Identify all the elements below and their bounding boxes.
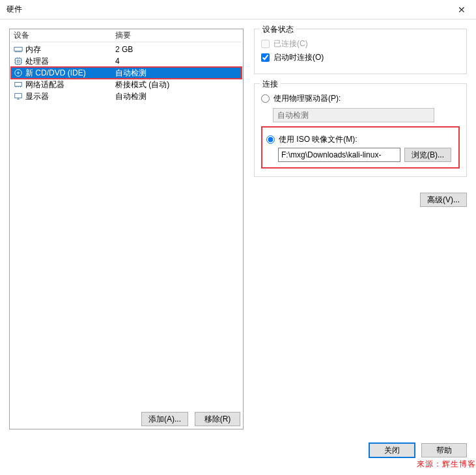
device-summary: 自动检测 (114, 68, 242, 79)
device-name: 处理器 (25, 56, 49, 67)
connected-checkbox (261, 40, 270, 48)
iso-row: 浏览(B)... (278, 148, 455, 162)
svg-rect-5 (15, 83, 22, 87)
device-name: 显示器 (25, 91, 49, 102)
svg-rect-2 (17, 60, 20, 62)
iso-radio[interactable] (266, 135, 275, 144)
advanced-button[interactable]: 高级(V)... (420, 193, 467, 207)
svg-point-3 (15, 70, 22, 77)
device-status-group: 设备状态 已连接(C) 启动时连接(O) (254, 29, 467, 74)
advanced-row: 高级(V)... (254, 193, 467, 207)
remove-button[interactable]: 移除(R) (195, 412, 240, 426)
display-icon (14, 92, 23, 101)
col-summary: 摘要 (114, 30, 242, 41)
device-summary: 桥接模式 (自动) (114, 79, 242, 90)
nic-icon (14, 80, 23, 89)
device-name: 新 CD/DVD (IDE) (25, 68, 86, 79)
hardware-row[interactable]: 网络适配器 桥接模式 (自动) (11, 79, 242, 90)
browse-button[interactable]: 浏览(B)... (404, 148, 451, 162)
close-icon[interactable]: ✕ (447, 0, 476, 19)
svg-point-4 (18, 72, 20, 74)
physical-drive-row[interactable]: 使用物理驱动器(P): (261, 93, 460, 104)
device-name: 网络适配器 (25, 79, 64, 90)
help-button[interactable]: 帮助 (421, 443, 467, 457)
connection-legend: 连接 (260, 79, 281, 90)
iso-label: 使用 ISO 映像文件(M): (279, 134, 357, 145)
svg-rect-1 (16, 59, 21, 64)
svg-rect-0 (14, 48, 22, 51)
device-summary: 自动检测 (114, 91, 242, 102)
hardware-row[interactable]: 新 CD/DVD (IDE) 自动检测 (11, 67, 242, 79)
close-button[interactable]: 关闭 (369, 443, 415, 457)
hardware-row[interactable]: 处理器 4 (11, 55, 242, 67)
connected-checkbox-row: 已连接(C) (261, 38, 460, 49)
device-summary: 4 (114, 57, 242, 66)
connected-label: 已连接(C) (273, 38, 308, 49)
iso-highlight-box: 使用 ISO 映像文件(M): 浏览(B)... (261, 126, 460, 169)
right-panel: 设备状态 已连接(C) 启动时连接(O) 连接 使用物理驱动器(P): 自动检测 (251, 29, 467, 429)
add-button[interactable]: 添加(A)... (141, 412, 188, 426)
physical-drive-dropdown: 自动检测 (273, 108, 434, 122)
hardware-row[interactable]: 内存 2 GB (11, 44, 242, 55)
col-device: 设备 (11, 30, 114, 41)
cpu-icon (14, 57, 23, 66)
connect-poweron-checkbox[interactable] (261, 53, 270, 62)
device-status-legend: 设备状态 (260, 24, 296, 35)
device-name: 内存 (25, 44, 41, 55)
body-area: 设备 摘要 内存 2 GB 处理器 4 新 CD/DVD (IDE) 自动检测 … (0, 20, 476, 436)
svg-rect-6 (15, 94, 22, 98)
physical-drive-label: 使用物理驱动器(P): (273, 93, 341, 104)
connect-poweron-label: 启动时连接(O) (273, 52, 324, 63)
connect-poweron-row[interactable]: 启动时连接(O) (261, 52, 460, 63)
window-title: 硬件 (7, 4, 22, 15)
hardware-rows: 内存 2 GB 处理器 4 新 CD/DVD (IDE) 自动检测 网络适配器 … (11, 44, 242, 102)
list-buttons: 添加(A)... 移除(R) (11, 407, 242, 428)
iso-path-input[interactable] (278, 148, 400, 162)
cd-icon (14, 68, 23, 77)
iso-row-label[interactable]: 使用 ISO 映像文件(M): (266, 134, 455, 145)
hardware-list-panel: 设备 摘要 内存 2 GB 处理器 4 新 CD/DVD (IDE) 自动检测 … (9, 29, 244, 429)
titlebar: 硬件 ✕ (0, 0, 476, 20)
physical-drive-radio[interactable] (261, 94, 270, 103)
memory-icon (14, 45, 23, 54)
device-summary: 2 GB (114, 45, 242, 54)
hardware-list-header: 设备 摘要 (11, 31, 242, 42)
footer: 关闭 帮助 (0, 436, 476, 464)
hardware-row[interactable]: 显示器 自动检测 (11, 90, 242, 102)
connection-group: 连接 使用物理驱动器(P): 自动检测 使用 ISO 映像文件(M): 浏览(B… (254, 83, 467, 177)
